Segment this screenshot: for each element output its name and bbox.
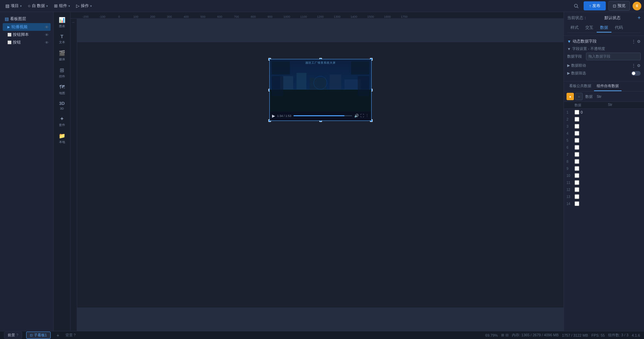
comp-media[interactable]: 🎬 媒体: [55, 48, 69, 64]
row-checkbox-7[interactable]: [575, 152, 579, 157]
text-icon: T: [60, 34, 63, 39]
linkage-settings[interactable]: ⚙: [637, 63, 641, 68]
list-view-icon[interactable]: ⊟: [505, 333, 508, 337]
data-row-11[interactable]: 11: [564, 179, 644, 186]
menu-data[interactable]: ○ 自 数据 ▾: [25, 2, 51, 10]
dynamic-fields-more[interactable]: ⋮: [632, 39, 636, 44]
tab-interact[interactable]: 交互: [582, 23, 597, 32]
col-header-num: [567, 103, 575, 108]
component-data-tab[interactable]: 组件自有数据: [594, 81, 622, 91]
eye-icon-button[interactable]: 👁: [45, 41, 49, 45]
public-data-tab[interactable]: 看板公共数据: [567, 81, 594, 91]
video-progress[interactable]: [293, 115, 352, 116]
layer-item-video[interactable]: ▶ 轮播视频 👁: [3, 23, 51, 31]
foreground-tab[interactable]: 前景 ?: [4, 332, 22, 339]
comp-3d[interactable]: 3D 3D: [55, 99, 69, 112]
tab-style[interactable]: 样式: [567, 23, 582, 32]
add-tab-button[interactable]: +: [55, 332, 61, 339]
kit-label: 套件: [59, 123, 65, 127]
main-canvas[interactable]: 园区工厂情景系统大屏: [77, 19, 564, 331]
state-add-button[interactable]: +: [638, 15, 641, 21]
data-icon-blue[interactable]: ○: [575, 93, 583, 100]
row-checkbox-3[interactable]: [575, 124, 579, 129]
dynamic-fields-settings[interactable]: ⚙: [637, 39, 641, 44]
menu-operate[interactable]: ▷ 操作 ▾: [73, 2, 95, 10]
comp-kit[interactable]: ✦ 套件: [55, 114, 69, 129]
layer-folder-header[interactable]: ▤ 看板图层: [3, 15, 51, 23]
preview-button[interactable]: ⊡ 预览: [608, 1, 630, 11]
data-row-7[interactable]: 7: [564, 151, 644, 158]
row-checkbox-8[interactable]: [575, 159, 579, 164]
eye-icon-video[interactable]: 👁: [45, 25, 49, 29]
data-row-1[interactable]: 1 0: [564, 109, 644, 116]
comp-map[interactable]: 🗺 地图: [55, 82, 69, 97]
data-row-14[interactable]: 14: [564, 200, 644, 207]
video-component[interactable]: 园区工厂情景系统大屏: [269, 59, 372, 121]
data-icon-yellow[interactable]: ●: [567, 93, 574, 100]
data-row-5[interactable]: 5: [564, 137, 644, 144]
comp-control[interactable]: ⊞ 控件: [55, 65, 69, 81]
layer-item-button[interactable]: ⬜ 按钮 👁: [3, 39, 51, 46]
data-row-4[interactable]: 4: [564, 130, 644, 137]
filter-toggle[interactable]: [631, 71, 641, 76]
comp-local[interactable]: 📁 本地: [55, 131, 69, 146]
opacity-header[interactable]: ▼ 字段设置 - 不透明度: [567, 46, 641, 51]
data-row-9[interactable]: 9: [564, 165, 644, 172]
row-checkbox-5[interactable]: [575, 138, 579, 143]
row-num-14: 14: [567, 202, 575, 206]
comp-text[interactable]: T 文本: [55, 32, 69, 47]
data-row-12[interactable]: 12: [564, 186, 644, 193]
user-avatar[interactable]: tI: [633, 2, 641, 10]
row-num-12: 12: [567, 188, 575, 192]
row-checkbox-2[interactable]: [575, 117, 579, 122]
memory-info: 内存: 1365 / 2679 / 4096 MB: [512, 333, 558, 338]
row-checkbox-4[interactable]: [575, 131, 579, 136]
linkage-more[interactable]: ⋮: [632, 63, 636, 68]
row-checkbox-12[interactable]: [575, 187, 579, 192]
linkage-header[interactable]: ▶ 数据联动 ⋮ ⚙: [567, 63, 641, 68]
ruler-tick-5: 300: [161, 15, 178, 18]
preview-icon: ⊡: [613, 4, 616, 8]
data-row-13[interactable]: 13: [564, 193, 644, 200]
blue-icon: ○: [578, 95, 580, 98]
state-row: 当前状态： 默认状态 +: [567, 15, 641, 21]
row-checkbox-6[interactable]: [575, 145, 579, 150]
data-row-6[interactable]: 6: [564, 144, 644, 151]
row-checkbox-11[interactable]: [575, 180, 579, 185]
video-overlay: [270, 60, 371, 112]
search-button[interactable]: [572, 1, 581, 11]
row-checkbox-14[interactable]: [575, 201, 579, 206]
play-button[interactable]: ▶: [272, 114, 275, 118]
background-tab[interactable]: 背景 ?: [65, 333, 76, 338]
menu-component[interactable]: ⊞ 组件 ▾: [51, 2, 73, 10]
ruler-tick-18: 1600: [379, 15, 396, 18]
row-checkbox-13[interactable]: [575, 194, 579, 199]
mute-icon[interactable]: 🔊: [354, 114, 359, 118]
data-row-8[interactable]: 8: [564, 158, 644, 165]
layer-panel-top: ▤ 看板图层 ▶ 轮播视频 👁 ⬜ 按钮脚本 👁 ⬜ 按钮 👁: [0, 12, 53, 49]
row-checkbox-10[interactable]: [575, 173, 579, 178]
menu-project[interactable]: ▤ 项目 ▾: [3, 2, 24, 10]
publish-button[interactable]: ↑ 发布: [584, 1, 606, 10]
row-checkbox-9[interactable]: [575, 166, 579, 171]
data-row-2[interactable]: 2: [564, 116, 644, 123]
data-field-input[interactable]: 拖入数据字段: [586, 53, 641, 60]
comp-chart[interactable]: 📊 图表: [55, 15, 69, 30]
more-icon[interactable]: ⋮: [365, 114, 369, 118]
filter-header[interactable]: ▶ 数据筛选: [567, 71, 641, 76]
grid-view-icon[interactable]: ⊞: [501, 333, 504, 337]
fullscreen-icon[interactable]: ⛶: [360, 114, 364, 118]
ruler-tick-11: 900: [262, 15, 278, 18]
data-field-row: 数据字段 拖入数据字段: [567, 53, 641, 60]
data-row-3[interactable]: 3: [564, 123, 644, 130]
data-row-10[interactable]: 10: [564, 172, 644, 179]
yellow-icon: ●: [569, 95, 571, 98]
tab-data[interactable]: 数据: [597, 23, 611, 32]
ruler-tick-14: 1200: [312, 15, 329, 18]
row-checkbox-1[interactable]: [575, 110, 579, 115]
active-canvas-tab[interactable]: ⊡ 子看板1: [26, 332, 51, 339]
eye-icon-script[interactable]: 👁: [45, 33, 49, 37]
chart-icon: 📊: [59, 17, 65, 23]
layer-item-script[interactable]: ⬜ 按钮脚本 👁: [3, 31, 51, 39]
tab-code[interactable]: 代码: [611, 23, 626, 32]
